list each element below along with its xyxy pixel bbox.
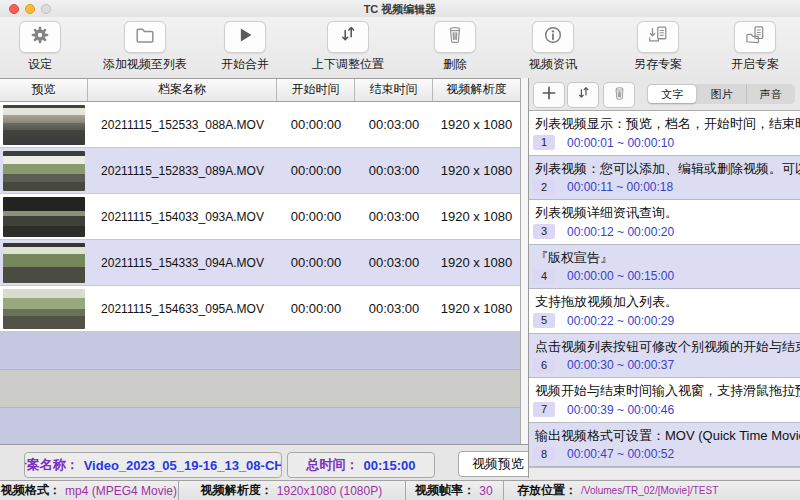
start-time-cell[interactable]: 00:00:00: [277, 255, 355, 270]
overlay-item-number: 5: [533, 313, 555, 328]
project-name-label: 专案名称：: [24, 456, 79, 474]
video-table: 预览档案名称开始时间结束时间视频解析度 20211115_152533_088A…: [0, 78, 520, 445]
settings-button[interactable]: [19, 21, 61, 53]
delete-item-button[interactable]: [603, 82, 635, 108]
table-header: 预览档案名称开始时间结束时间视频解析度: [0, 79, 520, 102]
overlay-item[interactable]: 支持拖放视频加入列表。500:00:22 ~ 00:00:29: [529, 289, 800, 334]
end-time-cell[interactable]: 00:03:00: [355, 255, 433, 270]
media-type-tabs: 文字图片声音: [647, 84, 795, 104]
save-document-icon: [647, 24, 669, 50]
column-header: 视频解析度: [433, 79, 520, 101]
total-time-value: 00:15:00: [363, 458, 415, 473]
updown-arrows-icon: [337, 24, 359, 50]
video-thumbnail: [3, 289, 85, 329]
column-header: 开始时间: [277, 79, 355, 101]
add-item-button[interactable]: [533, 82, 565, 108]
table-body: 20211115_152533_088A.MOV00:00:0000:03:00…: [0, 102, 520, 332]
start-merge-button[interactable]: [224, 21, 266, 53]
overlay-item[interactable]: 输出视频格式可设置：MOV (Quick Time Movie),800:00:…: [529, 423, 800, 468]
overlay-item-text: 支持拖放视频加入列表。: [529, 289, 800, 311]
end-time-cell[interactable]: 00:03:00: [355, 209, 433, 224]
overlay-item-time: 00:00:01 ~ 00:00:10: [567, 136, 674, 150]
overlay-item-text: 『版权宣告』: [529, 245, 800, 267]
overlay-item[interactable]: 『版权宣告』400:00:00 ~ 00:15:00: [529, 245, 800, 290]
overlay-item-number: 4: [533, 269, 555, 284]
overlay-item-number: 8: [533, 447, 555, 462]
video-format-label: 视频格式：: [1, 482, 61, 499]
open-project-button[interactable]: [734, 21, 776, 53]
video-info-button[interactable]: [532, 21, 574, 53]
tab-text[interactable]: 文字: [648, 85, 696, 103]
resolution-cell: 1920 x 1080: [433, 117, 520, 132]
end-time-cell[interactable]: 00:03:00: [355, 301, 433, 316]
overlay-item-time: 00:00:30 ~ 00:00:37: [567, 358, 674, 372]
titlebar: TC 视频编辑器: [0, 0, 800, 18]
add-videos-button[interactable]: [124, 21, 166, 53]
toolbar-item-video-info: 视频资讯: [493, 21, 613, 73]
overlay-item[interactable]: 列表视频显示：预览，档名，开始时间，结束时间100:00:01 ~ 00:00:…: [529, 111, 800, 156]
status-save-location: 存放位置： /Volumes/TR_02/[Movie]/TEST: [503, 481, 800, 500]
video-thumbnail: [3, 151, 85, 191]
video-row[interactable]: 20211115_152833_089A.MOV00:00:0000:03:00…: [0, 148, 520, 194]
video-fps-value: 30: [479, 484, 492, 498]
resolution-cell: 1920 x 1080: [433, 163, 520, 178]
video-row[interactable]: 20211115_154633_095A.MOV00:00:0000:03:00…: [0, 286, 520, 332]
overlay-item-time: 00:00:39 ~ 00:00:46: [567, 403, 674, 417]
overlay-item-number: 6: [533, 358, 555, 373]
overlay-item[interactable]: 列表视频：您可以添加、编辑或删除视频。可以调200:00:11 ~ 00:00:…: [529, 156, 800, 201]
overlay-item-text: 输出视频格式可设置：MOV (Quick Time Movie),: [529, 423, 800, 445]
video-row[interactable]: 20211115_152533_088A.MOV00:00:0000:03:00…: [0, 102, 520, 148]
video-row[interactable]: 20211115_154333_094A.MOV00:00:0000:03:00…: [0, 240, 520, 286]
resolution-cell: 1920 x 1080: [433, 209, 520, 224]
toolbar: 设定添加视频至列表开始合并上下调整位置删除视频资讯另存专案开启专案: [0, 17, 800, 79]
trash-icon: [611, 85, 628, 106]
video-thumbnail: [3, 105, 85, 145]
video-row[interactable]: 20211115_154033_093A.MOV00:00:0000:03:00…: [0, 194, 520, 240]
toolbar-item-label: 视频资讯: [493, 56, 613, 73]
total-time-label: 总时间：: [306, 456, 358, 474]
status-video-fps: 视频帧率： 30: [405, 481, 504, 500]
file-name-cell: 20211115_154633_095A.MOV: [88, 302, 277, 316]
overlay-item[interactable]: 视频开始与结束时间输入视窗，支持滑鼠拖拉预览700:00:39 ~ 00:00:…: [529, 378, 800, 423]
start-time-cell[interactable]: 00:00:00: [277, 301, 355, 316]
video-thumbnail: [3, 197, 85, 237]
video-thumbnail: [3, 243, 85, 283]
empty-row: [0, 370, 520, 408]
overlay-item-list: 列表视频显示：预览，档名，开始时间，结束时间100:00:01 ~ 00:00:…: [529, 111, 800, 467]
trash-icon: [444, 24, 466, 50]
toolbar-item-label: 上下调整位置: [288, 56, 408, 73]
start-time-cell[interactable]: 00:00:00: [277, 209, 355, 224]
overlay-item-time: 00:00:12 ~ 00:00:20: [567, 225, 674, 239]
status-video-resolution: 视频解析度： 1920x1080 (1080P): [178, 481, 406, 500]
start-time-cell[interactable]: 00:00:00: [277, 163, 355, 178]
overlay-item-text: 视频开始与结束时间输入视窗，支持滑鼠拖拉预览: [529, 378, 800, 400]
toolbar-item-label: 开始合并: [185, 56, 305, 73]
video-resolution-label: 视频解析度：: [201, 482, 273, 499]
end-time-cell[interactable]: 00:03:00: [355, 117, 433, 132]
reorder-item-button[interactable]: [567, 82, 599, 108]
overlay-item[interactable]: 列表视频详细资讯查询。300:00:12 ~ 00:00:20: [529, 200, 800, 245]
updown-arrows-icon: [575, 85, 592, 106]
file-name-cell: 20211115_152533_088A.MOV: [88, 118, 277, 132]
reorder-button[interactable]: [327, 21, 369, 53]
panel-scrollbar[interactable]: [529, 467, 800, 479]
tab-image[interactable]: 图片: [697, 84, 745, 104]
save-project-as-button[interactable]: [637, 21, 679, 53]
plus-icon: [540, 84, 558, 106]
project-name-box: 专案名称： Video_2023_05_19-16_13_08-CHS: [24, 452, 282, 478]
file-name-cell: 20211115_154333_094A.MOV: [88, 256, 277, 270]
total-time-box: 总时间： 00:15:00: [287, 452, 435, 478]
overlay-item-time: 00:00:47 ~ 00:00:52: [567, 447, 674, 461]
end-time-cell[interactable]: 00:03:00: [355, 163, 433, 178]
delete-button[interactable]: [434, 21, 476, 53]
project-name-value: Video_2023_05_19-16_13_08-CHS: [84, 458, 282, 473]
table-scrollbar[interactable]: [520, 78, 528, 444]
overlay-item[interactable]: 点击视频列表按钮可修改个别视频的开始与结束时间600:00:30 ~ 00:00…: [529, 334, 800, 379]
video-fps-label: 视频帧率：: [415, 482, 475, 499]
folder-icon: [134, 24, 156, 50]
video-preview-button[interactable]: 视频预览: [458, 451, 538, 477]
info-icon: [542, 24, 564, 50]
start-time-cell[interactable]: 00:00:00: [277, 117, 355, 132]
overlay-item-time: 00:00:11 ~ 00:00:18: [567, 180, 673, 194]
tab-audio[interactable]: 声音: [746, 84, 795, 104]
